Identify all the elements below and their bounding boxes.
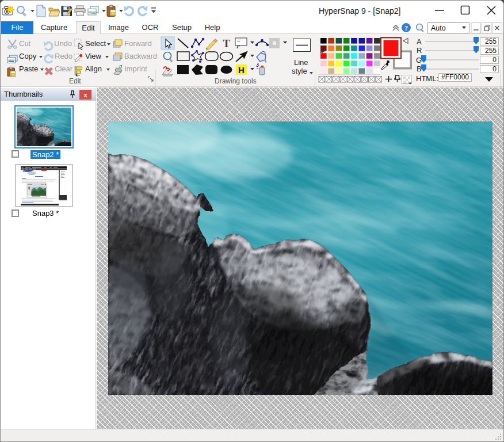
svg-text:?: ? (404, 24, 408, 32)
svg-text:T: T (223, 37, 230, 49)
svg-text:H: H (238, 65, 245, 75)
svg-text:Auto: Auto (431, 24, 446, 32)
svg-text:x: x (83, 92, 87, 98)
